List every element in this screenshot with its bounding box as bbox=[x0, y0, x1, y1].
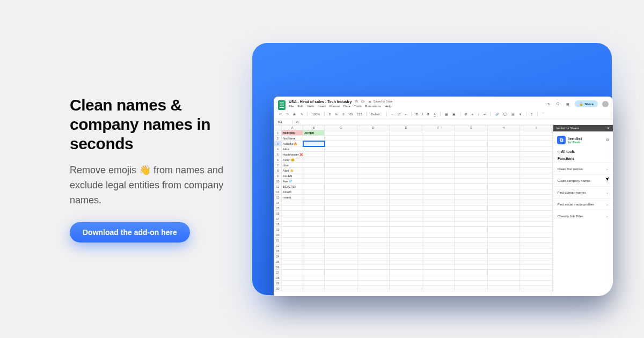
row-header[interactable]: 25 bbox=[274, 259, 282, 264]
cell[interactable]: Ave 💎 bbox=[282, 179, 303, 184]
column-header-e[interactable]: E bbox=[390, 126, 422, 130]
cell[interactable] bbox=[520, 136, 553, 141]
cell[interactable] bbox=[487, 179, 520, 184]
cell[interactable] bbox=[455, 200, 487, 205]
cell[interactable] bbox=[303, 184, 325, 189]
cell[interactable] bbox=[520, 238, 553, 243]
cell[interactable] bbox=[422, 248, 455, 254]
cell[interactable] bbox=[487, 157, 520, 163]
font-size[interactable]: 10 bbox=[396, 112, 401, 116]
cell[interactable] bbox=[455, 168, 487, 173]
cell[interactable] bbox=[520, 275, 553, 281]
cell[interactable] bbox=[455, 238, 487, 243]
cell[interactable] bbox=[422, 232, 455, 238]
download-addon-button[interactable]: Download the add-on here bbox=[70, 222, 190, 243]
row-header[interactable]: 17 bbox=[274, 216, 282, 222]
cell[interactable] bbox=[455, 275, 487, 281]
cell[interactable] bbox=[520, 184, 553, 189]
cell[interactable] bbox=[303, 232, 325, 238]
cell[interactable] bbox=[357, 189, 390, 195]
cell[interactable] bbox=[325, 259, 357, 264]
cell[interactable] bbox=[520, 179, 553, 184]
cell[interactable]: AFTER bbox=[303, 130, 325, 136]
cell[interactable] bbox=[390, 227, 422, 232]
cell[interactable] bbox=[422, 141, 455, 146]
cell[interactable] bbox=[390, 146, 422, 152]
document-title[interactable]: USA - Head of sales - Tech Industry bbox=[289, 100, 352, 104]
cell[interactable] bbox=[303, 189, 325, 195]
cell[interactable] bbox=[357, 179, 390, 184]
cell[interactable] bbox=[325, 130, 357, 136]
cell[interactable] bbox=[520, 232, 553, 238]
select-all-cell[interactable] bbox=[274, 126, 282, 130]
cell[interactable] bbox=[357, 205, 390, 211]
cell[interactable] bbox=[520, 146, 553, 152]
cell[interactable] bbox=[520, 264, 553, 270]
cell[interactable] bbox=[520, 270, 553, 275]
cell[interactable] bbox=[390, 141, 422, 146]
cell[interactable] bbox=[390, 205, 422, 211]
row-header[interactable]: 12 bbox=[274, 189, 282, 195]
cell[interactable] bbox=[422, 163, 455, 168]
menu-item-view[interactable]: View bbox=[307, 105, 314, 108]
menu-item-extensions[interactable]: Extensions bbox=[365, 105, 381, 108]
font-select[interactable]: Defaul... bbox=[370, 112, 383, 116]
cell[interactable] bbox=[325, 270, 357, 275]
column-header-f[interactable]: F bbox=[422, 126, 455, 130]
row-header[interactable]: 4 bbox=[274, 146, 282, 152]
cell[interactable] bbox=[455, 163, 487, 168]
cell[interactable] bbox=[422, 216, 455, 222]
cell[interactable] bbox=[455, 184, 487, 189]
cell[interactable]: Ailsa bbox=[282, 146, 303, 152]
cell[interactable] bbox=[455, 136, 487, 141]
strike-icon[interactable]: S̶ bbox=[426, 112, 430, 116]
cell[interactable] bbox=[390, 232, 422, 238]
cell[interactable] bbox=[357, 281, 390, 286]
column-header-h[interactable]: H bbox=[487, 126, 520, 130]
cell[interactable] bbox=[390, 243, 422, 248]
cell[interactable] bbox=[390, 179, 422, 184]
cell[interactable] bbox=[325, 254, 357, 259]
cell[interactable] bbox=[282, 259, 303, 264]
cell[interactable] bbox=[487, 259, 520, 264]
cell[interactable] bbox=[303, 173, 325, 179]
cell[interactable] bbox=[357, 222, 390, 227]
cell[interactable] bbox=[282, 248, 303, 254]
cell[interactable] bbox=[390, 286, 422, 291]
cell[interactable] bbox=[422, 152, 455, 157]
cell[interactable] bbox=[520, 195, 553, 200]
cell[interactable] bbox=[422, 264, 455, 270]
cell[interactable] bbox=[303, 163, 325, 168]
cell[interactable] bbox=[390, 168, 422, 173]
fill-color-icon[interactable]: ▦ bbox=[444, 112, 449, 116]
cell[interactable] bbox=[455, 264, 487, 270]
cell[interactable] bbox=[390, 184, 422, 189]
cell[interactable] bbox=[282, 264, 303, 270]
cell[interactable] bbox=[455, 211, 487, 216]
cell[interactable] bbox=[487, 130, 520, 136]
cell[interactable] bbox=[325, 195, 357, 200]
comments-icon[interactable]: 🗨 bbox=[555, 101, 561, 107]
cell[interactable] bbox=[487, 281, 520, 286]
column-header-g[interactable]: G bbox=[455, 126, 487, 130]
cell[interactable]: ALLEN bbox=[282, 173, 303, 179]
cell[interactable] bbox=[390, 264, 422, 270]
cell[interactable] bbox=[303, 286, 325, 291]
function-item[interactable]: Find domain names⌄ bbox=[553, 186, 613, 198]
cell[interactable] bbox=[357, 141, 390, 146]
cell[interactable] bbox=[455, 222, 487, 227]
cell[interactable] bbox=[357, 163, 390, 168]
cell[interactable] bbox=[357, 238, 390, 243]
cell[interactable] bbox=[325, 286, 357, 291]
row-header[interactable]: 26 bbox=[274, 264, 282, 270]
cell[interactable] bbox=[325, 184, 357, 189]
cell[interactable] bbox=[455, 243, 487, 248]
cell[interactable] bbox=[520, 205, 553, 211]
cell[interactable] bbox=[487, 232, 520, 238]
cell[interactable] bbox=[390, 163, 422, 168]
cell[interactable] bbox=[455, 205, 487, 211]
cell[interactable] bbox=[325, 232, 357, 238]
increase-decimal[interactable]: .00 bbox=[348, 112, 354, 116]
row-header[interactable]: 29 bbox=[274, 281, 282, 286]
function-item[interactable]: Classify Job Titles⌄ bbox=[553, 210, 613, 222]
